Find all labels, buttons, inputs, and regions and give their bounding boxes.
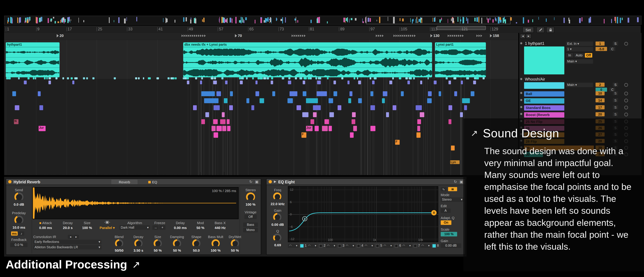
midi-clip[interactable]: Lyn [450,160,460,164]
midi-clip[interactable] [416,132,420,138]
locator[interactable]: 158 [490,34,499,38]
marker-cluster[interactable] [376,35,384,37]
midi-clip[interactable] [317,91,327,96]
midi-clip[interactable] [213,81,217,84]
midi-clip[interactable] [48,77,51,79]
midi-clip[interactable] [258,77,260,79]
midi-clip[interactable]: N [14,119,18,124]
marker-cluster[interactable] [182,35,206,37]
freeze-in-icon[interactable]: → [152,225,159,230]
midi-clip[interactable] [38,91,40,96]
midi-clip[interactable] [241,77,243,79]
stereo-value[interactable]: 100 % [241,202,260,206]
damping-value[interactable]: 50 % [168,248,186,252]
midi-clip[interactable] [214,132,218,138]
solo-button[interactable]: S [613,91,618,95]
midi-clip[interactable] [55,77,57,79]
q-knob[interactable] [273,233,282,242]
note-sync-toggle[interactable]: ♪ [18,231,24,235]
midi-clip[interactable] [15,105,19,110]
attack-value[interactable]: 0.00 ms [34,226,57,230]
freeze-add-icon[interactable]: + [159,225,166,230]
midi-clip[interactable] [420,112,424,117]
track-fold-icon[interactable]: ◉ [520,105,522,109]
routing-mode[interactable]: Parallel ▾ [97,226,117,230]
track-row[interactable]: ◉1 hythpart1Ext. In ▾1 ▾InAutoOffMain ▾1… [519,41,642,76]
midi-clip[interactable] [264,77,266,79]
send-amount[interactable]: 20 [596,112,604,116]
track-name[interactable]: Boost (Reverb [524,112,564,118]
midi-clip[interactable] [46,77,48,79]
midi-clip[interactable] [314,126,319,131]
prev-track-page-icon[interactable]: ◄ [520,34,526,39]
output-gain-value[interactable]: 0.00 dB [441,243,461,248]
midi-clip[interactable] [328,126,332,131]
midi-clip[interactable] [471,91,474,96]
midi-clip[interactable] [170,77,173,79]
bass-mono-button[interactable]: Mono [243,228,258,232]
send-value[interactable]: 0.0 dB [8,202,29,206]
track-name[interactable]: 1 hythpart1 [525,41,544,46]
band-7-filter-type-chooser[interactable]: ◠▾ [401,244,412,248]
midi-clip[interactable] [358,98,362,103]
midi-clip[interactable] [399,77,401,79]
midi-clip[interactable] [370,105,375,110]
midi-clip[interactable] [427,98,432,103]
midi-clip[interactable] [204,98,218,103]
size-value[interactable]: 50 % [148,248,167,252]
midi-clip[interactable] [313,105,321,110]
midi-clip[interactable] [83,77,85,79]
track-fold-icon[interactable]: ◉ [520,98,522,102]
band-3-toggle[interactable] [338,244,342,248]
solo-button[interactable]: S [613,98,618,102]
midi-clip[interactable] [222,126,226,131]
midi-clip[interactable] [143,77,144,79]
midi-clip[interactable]: Jur [306,126,312,131]
monitor-in-button[interactable]: In [566,53,574,58]
tab-reverb[interactable]: Reverb [111,180,138,184]
midi-clip[interactable] [446,77,448,79]
midi-clip[interactable] [334,91,337,96]
midi-clip[interactable] [374,77,376,79]
eq-curve-display[interactable]: 1260-6-121001k10k18 [288,186,438,242]
eq-node-1[interactable]: 1 [302,216,307,221]
beat-time-ruler[interactable]: 191725334149576573818997105113121129 [4,26,641,34]
midi-clip[interactable] [282,77,284,79]
input-type-chooser[interactable]: Ext. In ▾ [566,42,593,46]
midi-clip[interactable] [428,91,432,96]
gain-knob[interactable] [273,213,282,221]
midi-clip[interactable] [350,132,354,138]
midi-clip[interactable] [409,77,411,79]
hot-swap-icon[interactable]: ↻ [250,180,252,184]
midi-clip[interactable] [8,77,11,79]
band-2-toggle[interactable] [319,244,322,248]
send-amount[interactable]: 17 [596,105,604,109]
set-locator-button[interactable]: Set [522,27,534,33]
locator[interactable]: 20 [57,34,64,38]
midi-clip[interactable] [114,77,116,79]
midi-clip[interactable] [416,105,422,110]
bass-button[interactable]: Bass [243,222,258,227]
track-row[interactable]: ◉Boost (Reverb20S [519,112,642,118]
blend-value[interactable]: 50/50 [110,248,129,252]
midi-clip[interactable]: F [302,132,306,138]
midi-clip[interactable] [148,77,151,79]
midi-clip[interactable] [201,91,215,96]
marker-cluster[interactable] [292,35,306,37]
device-on-led[interactable] [8,180,12,183]
midi-clip[interactable] [187,81,189,84]
solo-button[interactable]: S [613,112,618,116]
midi-clip[interactable] [24,81,27,84]
midi-clip[interactable] [72,81,74,84]
track-fold-icon[interactable]: ◉ [520,42,522,45]
midi-clip[interactable] [299,77,302,79]
track-row[interactable]: ◉Whoosh/AirMain ▾2S0C [519,77,642,90]
ir-decay-value[interactable]: 20.0 s [59,226,77,230]
midi-clip[interactable] [303,91,306,96]
track-fold-icon[interactable]: ◉ [520,112,522,116]
midi-clip[interactable] [271,77,272,79]
midi-clip[interactable] [216,126,222,131]
oversampling-icon[interactable]: ≋ [448,187,457,191]
midi-clip[interactable] [62,77,64,79]
lock-icon[interactable] [546,27,554,33]
